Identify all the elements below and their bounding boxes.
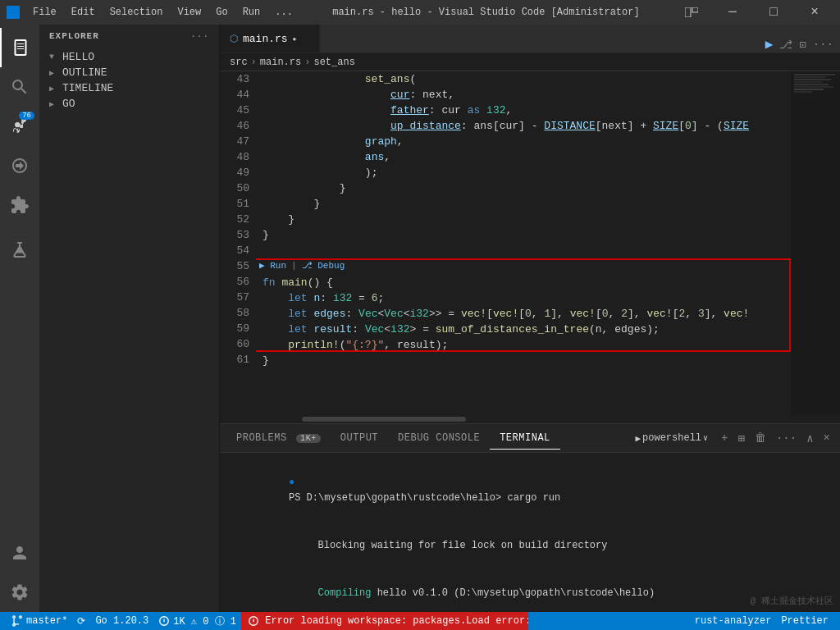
output-label: OUTPUT	[340, 432, 378, 444]
bullet-1: ●	[289, 477, 300, 488]
debug-link[interactable]: ⎇ Debug	[302, 258, 345, 274]
panel-up-icon[interactable]: ∧	[803, 430, 816, 447]
sidebar-header: EXPLORER ···	[39, 25, 219, 48]
terminal-shell-selector[interactable]: ▶ powershell ∨	[628, 431, 714, 445]
svg-rect-1	[692, 7, 698, 12]
code-line-43: set_ans(	[262, 71, 791, 87]
breadcrumb-src[interactable]: src	[230, 57, 248, 68]
prettier-label: Prettier	[781, 615, 829, 627]
sidebar-item-hello[interactable]: ▼ HELLO	[39, 49, 219, 65]
line-numbers: 43 44 45 46 47 48 49 50 51 52 53 54 55 5…	[220, 71, 256, 415]
panel-close-icon[interactable]: ×	[820, 430, 833, 446]
new-terminal-icon[interactable]: +	[718, 430, 731, 446]
minimap-line	[794, 89, 824, 90]
scrollbar-thumb[interactable]	[302, 417, 466, 422]
sidebar-item-outline[interactable]: ▶ OUTLINE	[39, 65, 219, 80]
tab-main-rs[interactable]: ⬡ main.rs ● ×	[220, 25, 320, 52]
breadcrumb: src › main.rs › set_ans	[220, 53, 840, 71]
tab-debug-console[interactable]: DEBUG CONSOLE	[388, 427, 490, 449]
tab-problems[interactable]: PROBLEMS 1K+	[226, 427, 331, 449]
horizontal-scrollbar[interactable]	[220, 415, 840, 423]
sidebar-item-timeline[interactable]: ▶ TIMELINE	[39, 80, 219, 96]
go-version[interactable]: Go 1.20.3	[90, 615, 153, 627]
error-status[interactable]: Error loading workspace: packages.Load e…	[241, 612, 528, 630]
menu-more[interactable]: ...	[268, 5, 299, 20]
code-line-44: cur: next,	[262, 87, 791, 103]
sync-icon: ⟳	[77, 615, 85, 628]
menu-bar[interactable]: File Edit Selection View Go Run ...	[26, 5, 299, 20]
minimize-button[interactable]: ─	[714, 0, 751, 25]
editor-area: ⬡ main.rs ● × ▶ ⎇ ⊡ ··· src › main.rs › …	[220, 25, 840, 612]
run-link[interactable]: ▶ Run	[259, 258, 286, 274]
activity-search[interactable]	[0, 67, 39, 107]
rust-file-icon: ⬡	[230, 33, 238, 45]
problems-badge: 1K+	[296, 434, 321, 443]
activity-settings[interactable]	[0, 573, 39, 612]
terminal-text-2: Blocking waiting for file lock on build …	[300, 540, 607, 551]
minimap-line	[794, 79, 831, 80]
window-controls: ─ □ ×	[673, 0, 833, 25]
code-line-45: father: cur as i32,	[262, 103, 791, 118]
terminal-line-2: Blocking waiting for file lock on build …	[230, 523, 830, 570]
menu-selection[interactable]: Selection	[103, 5, 170, 20]
code-line-46: up_distance: ans[cur] - DISTANCE[next] +…	[262, 118, 791, 134]
prettier-status[interactable]: Prettier	[776, 615, 833, 627]
activity-explorer[interactable]	[0, 28, 39, 67]
maximize-button[interactable]: □	[755, 0, 792, 25]
git-branch[interactable]: master*	[7, 615, 72, 627]
more-panel-icon[interactable]: ···	[773, 430, 800, 446]
svg-rect-0	[685, 7, 691, 17]
line-col-info[interactable]: 1K ⚠ 0 ⓘ 1	[153, 614, 241, 628]
sidebar-item-label: GO	[62, 98, 212, 110]
code-line-58: let result: Vec<i32> = sum_of_distances_…	[262, 322, 791, 337]
activity-run[interactable]	[0, 146, 39, 185]
breadcrumb-symbol[interactable]: set_ans	[313, 57, 354, 68]
modified-indicator: ●	[293, 35, 297, 43]
sync-button[interactable]: ⟳	[72, 615, 90, 628]
menu-run[interactable]: Run	[236, 5, 267, 20]
menu-edit[interactable]: Edit	[65, 5, 102, 20]
split-editor-icon[interactable]: ⊡	[799, 38, 806, 52]
code-content[interactable]: ▶ Run | ⎇ Debug set_ans( cur: next, fath…	[256, 71, 791, 415]
activity-account[interactable]	[0, 533, 39, 573]
sidebar-options[interactable]: ···	[190, 31, 209, 41]
debug-icon[interactable]: ⎇	[779, 38, 792, 52]
minimap-content	[791, 71, 840, 415]
breadcrumb-file[interactable]: main.rs	[260, 57, 301, 68]
sidebar-section: ▼ HELLO ▶ OUTLINE ▶ TIMELINE ▶ GO	[39, 48, 219, 113]
svg-point-7	[253, 623, 254, 623]
branch-name: master*	[26, 615, 67, 627]
vscode-icon	[7, 6, 20, 19]
tab-terminal[interactable]: TERMINAL	[490, 427, 560, 450]
activity-test[interactable]	[0, 231, 39, 271]
sidebar-item-label: OUTLINE	[62, 66, 212, 79]
activity-extensions[interactable]	[0, 185, 39, 225]
shell-dropdown-icon: ∨	[703, 433, 708, 443]
code-line-51: }	[262, 196, 791, 212]
compiling-label: Compiling	[300, 587, 377, 599]
tab-output[interactable]: OUTPUT	[331, 427, 388, 449]
menu-view[interactable]: View	[171, 5, 208, 20]
menu-file[interactable]: File	[26, 5, 63, 20]
svg-point-4	[164, 623, 165, 623]
terminal-text-1: PS D:\mysetup\gopath\rustcode\hello> car…	[289, 492, 560, 504]
activity-source-control[interactable]: 76	[0, 107, 39, 146]
error-text: Error loading workspace: packages.Load e…	[265, 615, 528, 627]
split-terminal-icon[interactable]: ⊞	[735, 430, 748, 447]
editor-container[interactable]: 43 44 45 46 47 48 49 50 51 52 53 54 55 5…	[220, 71, 840, 423]
minimap-line	[794, 86, 833, 88]
expand-arrow: ▶	[49, 84, 62, 94]
terminal-line-3: Compiling hello v0.1.0 (D:\mysetup\gopat…	[230, 569, 830, 612]
trash-icon[interactable]: 🗑	[751, 430, 769, 446]
terminal-content[interactable]: ● PS D:\mysetup\gopath\rustcode\hello> c…	[220, 453, 840, 612]
close-button[interactable]: ×	[796, 0, 833, 25]
layout-icon[interactable]	[673, 0, 710, 25]
code-line-53: }	[262, 227, 791, 243]
more-actions-icon[interactable]: ···	[813, 38, 833, 51]
sidebar-item-go[interactable]: ▶ GO	[39, 96, 219, 112]
run-icon[interactable]: ▶	[765, 36, 774, 52]
menu-go[interactable]: Go	[209, 5, 234, 20]
sidebar-item-label: TIMELINE	[62, 82, 212, 94]
tab-label: main.rs	[243, 33, 288, 45]
rust-analyzer-status[interactable]: rust-analyzer	[690, 615, 777, 627]
